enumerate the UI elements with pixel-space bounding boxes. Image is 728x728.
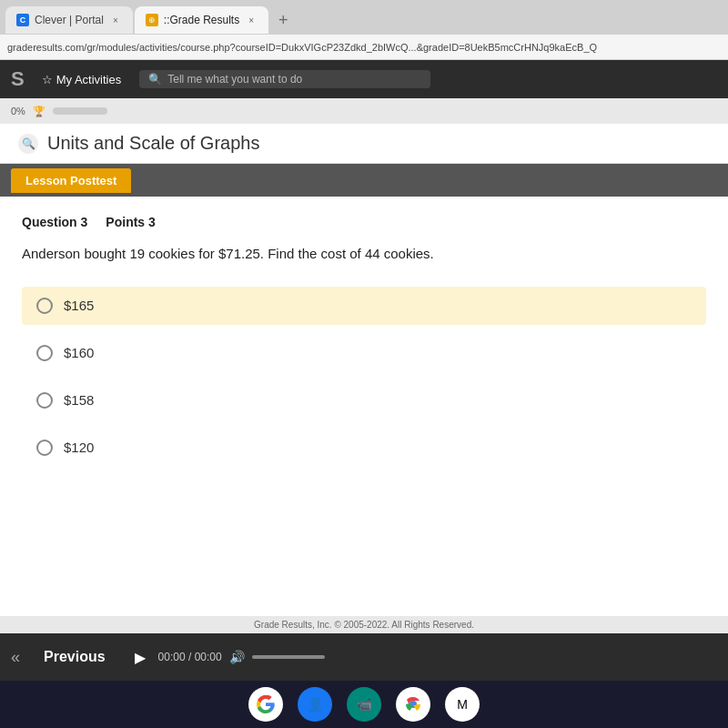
question-text: Anderson bought 19 cookies for $71.25. F… xyxy=(22,244,706,265)
search-icon: 🔍 xyxy=(148,73,162,86)
trophy-icon: 🏆 xyxy=(33,106,46,117)
question-content: Question 3 Points 3 Anderson bought 19 c… xyxy=(0,197,728,616)
tab-grade-label: ::Grade Results xyxy=(164,14,239,26)
answer-b-label: $160 xyxy=(64,345,94,360)
answer-a-label: $165 xyxy=(64,298,94,313)
tab-bar: C Clever | Portal × ⊕ ::Grade Results × … xyxy=(0,0,728,35)
page-title-bar: 🔍 Units and Scale of Graphs xyxy=(0,124,728,164)
answer-option-b[interactable]: $160 xyxy=(22,334,706,372)
tab-clever-close[interactable]: × xyxy=(109,14,122,26)
clever-icon: C xyxy=(16,14,29,26)
answer-d-label: $120 xyxy=(64,440,94,455)
search-placeholder: Tell me what you want to do xyxy=(167,73,302,86)
address-bar[interactable]: graderesults.com/gr/modules/activities/c… xyxy=(0,35,728,60)
copyright-text: Grade Results, Inc. © 2005-2022. All Rig… xyxy=(254,620,474,630)
app-header: S ☆ My Activities 🔍 Tell me what you wan… xyxy=(0,60,728,98)
taskbar-meet-icon[interactable]: 📹 xyxy=(347,687,381,722)
taskbar-google-icon[interactable] xyxy=(248,687,283,722)
lesson-tab-bar: Lesson Posttest xyxy=(0,164,728,197)
app-logo: S xyxy=(11,67,24,91)
new-tab-button[interactable]: + xyxy=(270,7,296,33)
progress-label: 0% xyxy=(11,106,25,116)
lesson-tab-label: Lesson Posttest xyxy=(25,174,116,187)
previous-button[interactable]: Previous xyxy=(35,643,115,671)
time-current: 00:00 xyxy=(158,651,186,663)
taskbar-chrome-icon[interactable] xyxy=(396,687,430,722)
answer-option-a[interactable]: $165 xyxy=(22,287,706,325)
radio-a[interactable] xyxy=(36,298,53,314)
prev-icon: « xyxy=(11,648,20,667)
time-separator: / xyxy=(188,651,195,663)
audio-progress-track[interactable] xyxy=(252,655,325,659)
taskbar-account-icon[interactable]: 👤 xyxy=(298,687,332,722)
star-icon: ☆ xyxy=(42,73,53,86)
radio-b[interactable] xyxy=(36,345,53,361)
time-display: 00:00 / 00:00 xyxy=(158,651,222,663)
search-icon-small[interactable]: 🔍 xyxy=(18,134,38,154)
tab-clever[interactable]: C Clever | Portal × xyxy=(5,6,133,34)
progress-bar-area: 0% 🏆 xyxy=(0,98,728,124)
page-title: Units and Scale of Graphs xyxy=(47,133,259,154)
copyright-bar: Grade Results, Inc. © 2005-2022. All Rig… xyxy=(0,616,728,633)
nav-activities[interactable]: ☆ My Activities xyxy=(35,69,129,90)
answer-option-c[interactable]: $158 xyxy=(22,381,706,420)
radio-c[interactable] xyxy=(36,392,53,409)
grade-icon: ⊕ xyxy=(146,14,158,26)
answer-option-d[interactable]: $120 xyxy=(22,429,706,467)
answer-c-label: $158 xyxy=(64,392,94,408)
tab-grade-close[interactable]: × xyxy=(245,14,258,26)
audio-controls: ▶ 00:00 / 00:00 🔊 xyxy=(129,646,325,668)
tab-grade[interactable]: ⊕ ::Grade Results × xyxy=(135,6,268,34)
tab-clever-label: Clever | Portal xyxy=(35,14,104,26)
footer-bar: « Previous ▶ 00:00 / 00:00 🔊 xyxy=(0,633,728,681)
question-number: Question 3 xyxy=(22,215,87,229)
question-header: Question 3 Points 3 xyxy=(22,215,706,229)
app-content: S ☆ My Activities 🔍 Tell me what you wan… xyxy=(0,60,728,681)
search-bar[interactable]: 🔍 Tell me what you want to do xyxy=(139,70,430,88)
browser-frame: C Clever | Portal × ⊕ ::Grade Results × … xyxy=(0,0,728,728)
time-total: 00:00 xyxy=(195,651,222,663)
nav-activities-label: My Activities xyxy=(56,73,122,86)
url-text: graderesults.com/gr/modules/activities/c… xyxy=(7,42,597,53)
radio-d[interactable] xyxy=(36,440,53,456)
taskbar: 👤 📹 M xyxy=(0,681,728,728)
volume-icon[interactable]: 🔊 xyxy=(229,650,245,664)
play-button[interactable]: ▶ xyxy=(129,646,151,668)
lesson-posttest-tab[interactable]: Lesson Posttest xyxy=(11,168,131,193)
taskbar-gmail-icon[interactable]: M xyxy=(445,687,480,722)
progress-track-bar xyxy=(53,107,107,115)
main-area: 🔍 Units and Scale of Graphs Lesson Postt… xyxy=(0,124,728,681)
question-points: Points 3 xyxy=(106,215,155,229)
